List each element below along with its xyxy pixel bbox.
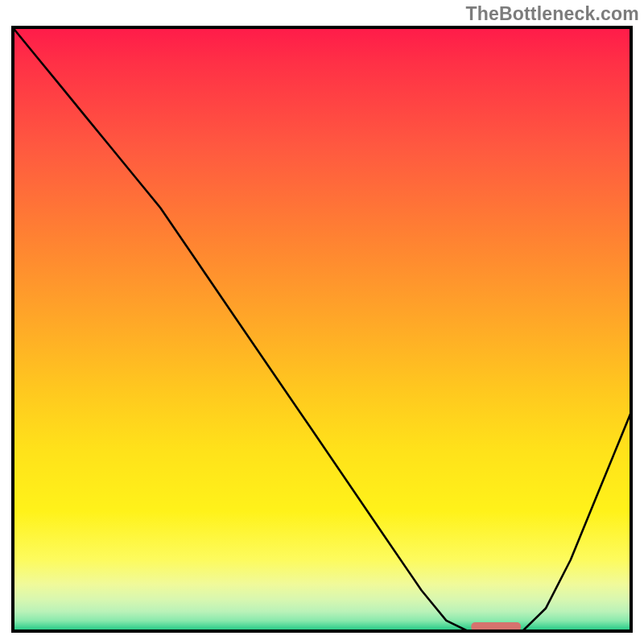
- chart-svg: [11, 26, 633, 633]
- optimum-marker: [471, 622, 521, 631]
- watermark-text: TheBottleneck.com: [465, 3, 639, 25]
- chart-frame: [11, 26, 633, 633]
- bottleneck-curve: [11, 26, 633, 633]
